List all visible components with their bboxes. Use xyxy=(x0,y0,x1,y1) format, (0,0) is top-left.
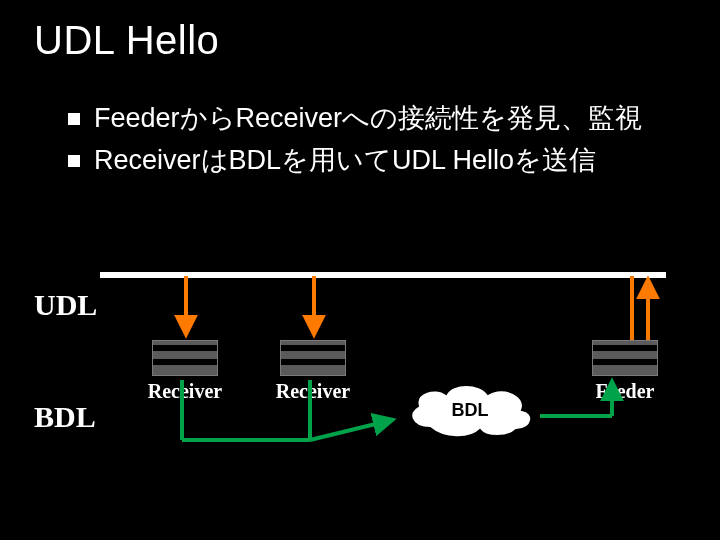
router-icon xyxy=(152,340,218,376)
feeder-node: Feeder xyxy=(580,340,670,403)
square-bullet-icon xyxy=(68,113,80,125)
bullet-list: FeederからReceiverへの接続性を発見、監視 ReceiverはBDL… xyxy=(68,98,690,182)
bdl-cloud: BDL xyxy=(400,378,540,442)
square-bullet-icon xyxy=(68,155,80,167)
receiver-label: Receiver xyxy=(268,380,358,403)
bullet-text: FeederからReceiverへの接続性を発見、監視 xyxy=(94,98,642,140)
receiver-node: Receiver xyxy=(268,340,358,403)
list-item: ReceiverはBDLを用いてUDL Helloを送信 xyxy=(68,140,690,182)
bullet-text: ReceiverはBDLを用いてUDL Helloを送信 xyxy=(94,140,596,182)
list-item: FeederからReceiverへの接続性を発見、監視 xyxy=(68,98,690,140)
slide: UDL Hello FeederからReceiverへの接続性を発見、監視 Re… xyxy=(0,0,720,540)
feeder-label: Feeder xyxy=(580,380,670,403)
svg-line-7 xyxy=(310,420,392,440)
udl-bus-line xyxy=(100,272,666,278)
router-icon xyxy=(592,340,658,376)
feeder-to-receiver-arrows xyxy=(186,276,648,340)
bdl-label: BDL xyxy=(34,400,96,434)
cloud-label: BDL xyxy=(400,400,540,421)
udl-label: UDL xyxy=(34,288,97,322)
receiver-node: Receiver xyxy=(140,340,230,403)
slide-title: UDL Hello xyxy=(34,18,219,63)
router-icon xyxy=(280,340,346,376)
receiver-bdl-arrows xyxy=(182,380,612,440)
receiver-label: Receiver xyxy=(140,380,230,403)
network-diagram: UDL BDL Receiver Receiver Feeder BDL xyxy=(0,230,720,510)
